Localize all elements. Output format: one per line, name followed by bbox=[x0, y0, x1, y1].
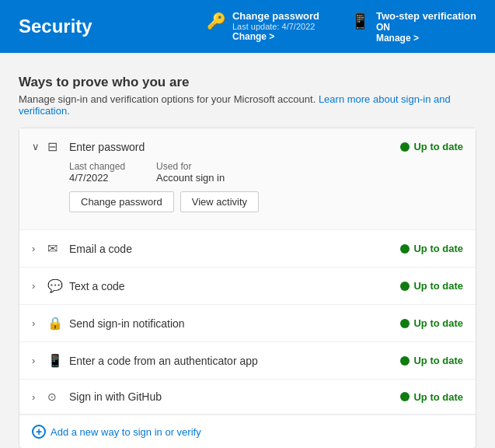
main-content: Ways to prove who you are Manage sign-in… bbox=[0, 53, 495, 448]
two-step-icon: 📱 bbox=[350, 12, 370, 30]
text-label: Text a code bbox=[69, 280, 400, 292]
two-step-link[interactable]: Manage > bbox=[376, 33, 419, 44]
chevron-right-icon: › bbox=[32, 355, 47, 366]
github-item[interactable]: › ⊙ Sign in with GitHub Up to date bbox=[19, 380, 476, 415]
header-actions: 🔑 Change password Last update: 4/7/2022 … bbox=[207, 10, 476, 44]
status-dot bbox=[400, 356, 410, 366]
ways-card: ∨ ⊟ Enter password Up to date Last chang… bbox=[19, 128, 476, 448]
status-dot bbox=[400, 319, 410, 328]
github-icon: ⊙ bbox=[47, 390, 69, 403]
chevron-right-icon: › bbox=[32, 391, 47, 403]
change-password-title: Change password bbox=[232, 10, 319, 22]
chevron-down-icon: ∨ bbox=[32, 141, 47, 152]
add-new-way-row[interactable]: + Add a new way to sign in or verify bbox=[19, 415, 476, 448]
password-label: Enter password bbox=[69, 141, 400, 153]
used-for-val: Account sign in bbox=[156, 172, 225, 184]
view-activity-button[interactable]: View activity bbox=[180, 191, 259, 212]
used-for-meta: Used for Account sign in bbox=[156, 160, 225, 184]
status-dot bbox=[400, 142, 410, 152]
text-icon: 💬 bbox=[47, 278, 69, 293]
email-label: Email a code bbox=[69, 243, 400, 255]
email-icon: ✉ bbox=[47, 241, 69, 256]
change-password-link[interactable]: Change > bbox=[232, 31, 274, 42]
page-title: Security bbox=[19, 16, 112, 37]
password-btn-row: Change password View activity bbox=[69, 191, 463, 212]
chevron-right-icon: › bbox=[32, 280, 47, 292]
last-changed-val: 4/7/2022 bbox=[69, 172, 125, 184]
text-item[interactable]: › 💬 Text a code Up to date bbox=[19, 268, 476, 305]
password-status: Up to date bbox=[400, 141, 463, 152]
password-item[interactable]: ∨ ⊟ Enter password Up to date Last chang… bbox=[19, 128, 476, 230]
header: Security 🔑 Change password Last update: … bbox=[0, 0, 495, 53]
two-step-action[interactable]: 📱 Two-step verification ON Manage > bbox=[350, 10, 476, 44]
change-password-text: Change password Last update: 4/7/2022 Ch… bbox=[232, 10, 319, 42]
github-status: Up to date bbox=[400, 391, 463, 403]
add-new-way-link[interactable]: Add a new way to sign in or verify bbox=[51, 426, 201, 438]
key-icon: 🔑 bbox=[207, 12, 226, 30]
status-dot bbox=[400, 392, 410, 401]
used-for-label: Used for bbox=[156, 161, 191, 172]
notification-label: Send sign-in notification bbox=[69, 317, 400, 330]
password-icon: ⊟ bbox=[47, 139, 69, 154]
authenticator-status: Up to date bbox=[400, 355, 463, 366]
last-changed-meta: Last changed 4/7/2022 bbox=[69, 160, 125, 184]
authenticator-icon: 📱 bbox=[47, 353, 69, 368]
password-item-main: ∨ ⊟ Enter password Up to date bbox=[32, 139, 463, 154]
chevron-right-icon: › bbox=[32, 243, 47, 254]
text-status: Up to date bbox=[400, 280, 463, 292]
password-expanded-details: Last changed 4/7/2022 Used for Account s… bbox=[32, 154, 463, 219]
change-password-button[interactable]: Change password bbox=[69, 191, 174, 212]
ways-section-desc: Manage sign-in and verification options … bbox=[19, 93, 476, 117]
change-password-subtitle: Last update: 4/7/2022 bbox=[232, 22, 319, 31]
chevron-right-icon: › bbox=[32, 317, 47, 329]
notification-status: Up to date bbox=[400, 317, 463, 329]
ways-section: Ways to prove who you are Manage sign-in… bbox=[19, 75, 476, 448]
ways-section-title: Ways to prove who you are bbox=[19, 75, 476, 90]
two-step-title: Two-step verification bbox=[376, 10, 476, 22]
last-changed-label: Last changed bbox=[69, 161, 125, 172]
password-meta-row: Last changed 4/7/2022 Used for Account s… bbox=[69, 160, 463, 184]
lock-icon: 🔒 bbox=[47, 316, 69, 331]
github-label: Sign in with GitHub bbox=[69, 390, 400, 403]
add-icon: + bbox=[32, 425, 46, 439]
notification-item[interactable]: › 🔒 Send sign-in notification Up to date bbox=[19, 305, 476, 342]
authenticator-label: Enter a code from an authenticator app bbox=[69, 355, 400, 367]
status-dot bbox=[400, 244, 410, 254]
two-step-text: Two-step verification ON Manage > bbox=[376, 10, 476, 44]
authenticator-item[interactable]: › 📱 Enter a code from an authenticator a… bbox=[19, 342, 476, 380]
email-status: Up to date bbox=[400, 243, 463, 254]
two-step-status: ON bbox=[376, 22, 476, 33]
change-password-action[interactable]: 🔑 Change password Last update: 4/7/2022 … bbox=[207, 10, 319, 44]
status-dot bbox=[400, 282, 410, 291]
email-item[interactable]: › ✉ Email a code Up to date bbox=[19, 230, 476, 268]
